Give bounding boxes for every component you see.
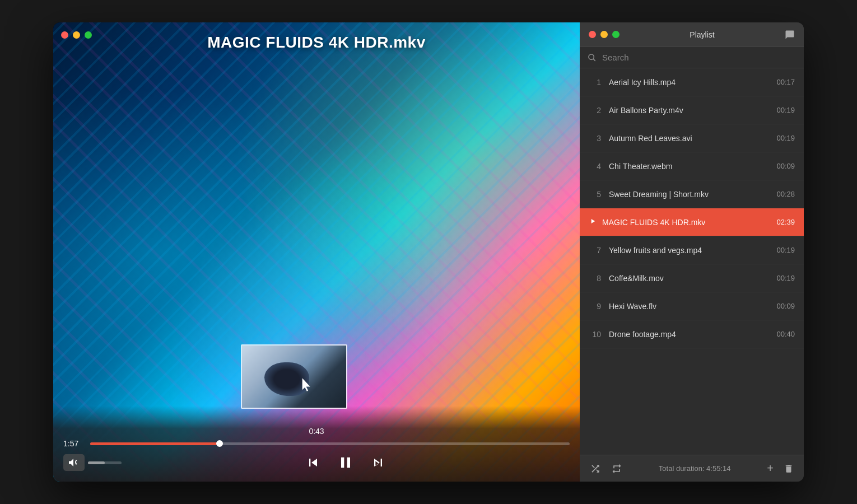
main-window: MAGIC FLUIDS 4K HDR.mkv 0:43 1:57 — [53, 22, 804, 482]
video-player: MAGIC FLUIDS 4K HDR.mkv 0:43 1:57 — [53, 22, 580, 482]
playlist-item[interactable]: 2Air Ballons Party.m4v00:19 — [580, 96, 804, 124]
progress-row: 1:57 — [53, 439, 580, 448]
search-input[interactable] — [602, 53, 796, 62]
playlist-close-button[interactable] — [589, 31, 596, 38]
item-number: 5 — [589, 190, 601, 199]
item-number: 2 — [589, 106, 601, 115]
search-row — [580, 47, 804, 68]
close-button[interactable] — [61, 31, 68, 39]
thumbnail-preview — [241, 344, 347, 409]
item-duration: 00:19 — [776, 134, 795, 142]
item-name: Hexi Wave.flv — [609, 302, 770, 311]
shuffle-button[interactable] — [588, 461, 603, 477]
playlist-item[interactable]: 7Yellow fruits and vegs.mp400:19 — [580, 236, 804, 264]
item-number: 7 — [589, 246, 601, 255]
item-name: Aerial Icy Hills.mp4 — [609, 78, 770, 87]
item-duration: 00:28 — [776, 190, 795, 198]
item-number: 4 — [589, 162, 601, 171]
playlist-title: Playlist — [620, 30, 785, 39]
buttons-row — [53, 454, 580, 472]
item-duration: 00:19 — [776, 106, 795, 114]
minimize-button[interactable] — [73, 31, 80, 39]
volume-button[interactable] — [63, 454, 85, 471]
total-duration: Total duration: 4:55:14 — [630, 464, 759, 473]
item-duration: 00:09 — [776, 302, 795, 310]
playlist-item[interactable]: 8Coffe&Milk.mov00:19 — [580, 264, 804, 292]
playlist-minimize-button[interactable] — [600, 31, 608, 38]
item-name: Coffe&Milk.mov — [609, 274, 770, 283]
volume-section — [63, 454, 122, 471]
progress-fill — [90, 442, 220, 445]
repeat-button[interactable] — [609, 461, 625, 477]
item-name: MAGIC FLUIDS 4K HDR.mkv — [602, 218, 770, 227]
controls-bar: 0:43 1:57 — [53, 406, 580, 482]
pause-button[interactable] — [337, 454, 355, 472]
item-duration: 00:40 — [776, 330, 795, 338]
item-name: Chi Theater.webm — [609, 162, 770, 171]
item-number: 8 — [589, 274, 601, 283]
add-button[interactable]: + — [765, 460, 776, 477]
playlist-item[interactable]: 10Drone footage.mp400:40 — [580, 320, 804, 348]
item-duration: 00:19 — [776, 274, 795, 282]
item-number: 9 — [589, 302, 601, 311]
progress-track[interactable] — [90, 442, 570, 445]
search-icon — [588, 53, 597, 62]
item-duration: 00:09 — [776, 162, 795, 170]
playlist-footer: Total duration: 4:55:14 + — [580, 455, 804, 482]
item-number: 3 — [589, 134, 601, 143]
playlist-item[interactable]: 9Hexi Wave.flv00:09 — [580, 292, 804, 320]
time-tooltip: 0:43 — [53, 427, 580, 436]
previous-button[interactable] — [305, 455, 321, 470]
playlist-item[interactable]: 4Chi Theater.webm00:09 — [580, 152, 804, 180]
chat-icon-button[interactable] — [785, 30, 795, 40]
item-number: 10 — [589, 330, 601, 339]
item-name: Sweet Dreaming | Short.mkv — [609, 190, 770, 199]
playlist-item[interactable]: MAGIC FLUIDS 4K HDR.mkv02:39 — [580, 208, 804, 236]
trash-button[interactable] — [781, 461, 796, 476]
next-button[interactable] — [370, 455, 386, 470]
playlist-item[interactable]: 5Sweet Dreaming | Short.mkv00:28 — [580, 180, 804, 208]
volume-fill — [88, 461, 105, 464]
item-number: 1 — [589, 78, 601, 87]
playlist-title-bar: Playlist — [580, 22, 804, 47]
item-name: Autumn Red Leaves.avi — [609, 134, 770, 143]
item-name: Yellow fruits and vegs.mp4 — [609, 246, 770, 255]
traffic-lights — [61, 31, 92, 39]
transport-controls — [122, 454, 570, 472]
item-duration: 00:17 — [776, 78, 795, 86]
playlist-panel: Playlist 1Aerial Icy Hills.mp400:172Air … — [580, 22, 804, 482]
volume-slider[interactable] — [88, 461, 122, 464]
item-duration: 02:39 — [776, 218, 795, 226]
current-time: 1:57 — [63, 439, 83, 448]
playlist-maximize-button[interactable] — [612, 31, 620, 38]
playlist-traffic-lights — [589, 31, 620, 38]
item-name: Air Ballons Party.m4v — [609, 106, 770, 115]
playlist-list: 1Aerial Icy Hills.mp400:172Air Ballons P… — [580, 68, 804, 455]
item-duration: 00:19 — [776, 246, 795, 254]
playlist-item[interactable]: 3Autumn Red Leaves.avi00:19 — [580, 124, 804, 152]
thumbnail-image — [242, 346, 346, 408]
playlist-item[interactable]: 1Aerial Icy Hills.mp400:17 — [580, 68, 804, 96]
player-title-bar — [53, 22, 580, 47]
item-name: Drone footage.mp4 — [609, 330, 770, 339]
maximize-button[interactable] — [85, 31, 92, 39]
